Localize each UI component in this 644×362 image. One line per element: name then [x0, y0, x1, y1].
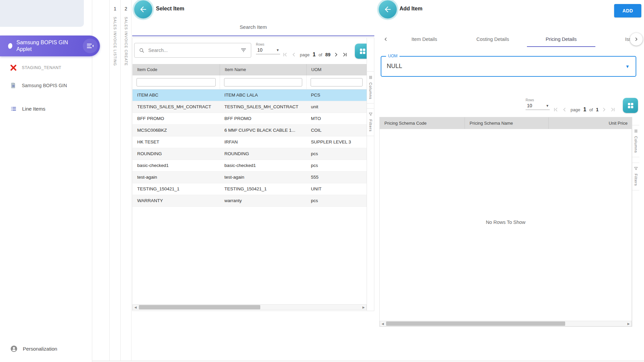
tabs-scroll-left-icon[interactable] [381, 32, 390, 47]
column-header-unit-price[interactable]: Unit Price [548, 117, 632, 129]
tabs-scroll-right-icon[interactable] [630, 33, 643, 46]
grid-view-button-pricing[interactable] [623, 98, 638, 113]
applet-logo-icon [7, 43, 13, 49]
sidebar-item-line-items[interactable]: Line Items [0, 103, 92, 115]
table-row[interactable]: ROUNDING ROUNDING pcs [132, 148, 367, 160]
uom-select-field[interactable]: UOM NULL ▼ [381, 56, 636, 77]
search-box[interactable] [134, 43, 251, 58]
scrollbar-track[interactable] [138, 305, 361, 310]
workspace-tab-sales-invoice-listing[interactable]: 1 SALES INVOICE LISTING [109, 0, 120, 361]
cell-item-name: warranty [220, 195, 306, 206]
funnel-icon [368, 112, 373, 117]
filter-input-item-code[interactable] [137, 78, 216, 86]
scroll-left-arrow[interactable]: ◀ [380, 321, 385, 326]
horizontal-scrollbar[interactable]: ◀ ▶ [132, 304, 367, 310]
table-row[interactable]: HK TESET IRFAN SUPPLER LEVEL 3 [132, 136, 367, 148]
page-label: page [300, 52, 310, 57]
pricing-grid-card: Pricing Schema Code Pricing Schema Name … [379, 117, 632, 327]
cell-item-code: HK TESET [132, 136, 220, 148]
filters-tool-label: Filters [634, 174, 638, 186]
chevron-down-icon: ▼ [276, 48, 279, 52]
applet-switcher-button[interactable]: Samsung BOPIS GIN Applet [0, 36, 100, 56]
column-header-pricing-schema-code[interactable]: Pricing Schema Code [380, 117, 465, 129]
logo-placeholder [0, 0, 84, 27]
cell-uom: unit [306, 101, 367, 113]
scrollbar-track[interactable] [385, 321, 626, 326]
cell-item-code: BFF PROMO [132, 113, 220, 124]
back-button-add-item[interactable] [379, 0, 397, 18]
table-row[interactable]: BFF PROMO BFF PROMO MTO [132, 113, 367, 125]
column-header-item-name[interactable]: Item Name [220, 64, 306, 75]
tab-search-item[interactable]: Search Item [132, 24, 374, 30]
of-label: of [589, 107, 593, 112]
person-icon [10, 345, 18, 353]
workspace-tab-label: SALES INVOICE CREATE [124, 17, 128, 66]
scroll-right-arrow[interactable]: ▶ [361, 305, 366, 310]
table-row[interactable]: WARRANTY warranty pcs [132, 195, 367, 207]
scrollbar-thumb[interactable] [386, 321, 565, 326]
tab-costing-details[interactable]: Costing Details [459, 32, 527, 47]
filters-tool[interactable]: Filters [367, 108, 374, 136]
of-label: of [319, 52, 322, 57]
cell-item-name: 6 MM² CU/PVC BLACK CABLE 1... [220, 125, 306, 136]
page-bottom-divider [0, 361, 644, 362]
column-header-uom[interactable]: UOM [306, 64, 367, 75]
document-icon [10, 82, 17, 89]
filters-tool[interactable]: Filters [632, 163, 639, 190]
menu-collapse-icon[interactable] [83, 39, 98, 53]
back-button[interactable] [134, 0, 152, 18]
tab-pricing-details[interactable]: Pricing Details [527, 32, 595, 47]
sidebar-item-personalization[interactable]: Personalization [0, 343, 92, 355]
last-page-icon[interactable] [609, 106, 616, 113]
total-pages: 89 [325, 52, 331, 57]
filter-input-uom[interactable] [311, 78, 363, 86]
table-row[interactable]: MCSC006BKZ 6 MM² CU/PVC BLACK CABLE 1...… [132, 125, 367, 136]
scroll-right-arrow[interactable]: ▶ [626, 321, 631, 326]
filter-list-icon[interactable] [240, 47, 247, 54]
current-page: 1 [313, 52, 316, 58]
next-page-icon[interactable] [600, 106, 608, 113]
grid-icon [627, 102, 635, 110]
search-item-grid-card: Rows 10 ▼ page 1 of 89 [132, 38, 374, 311]
table-row[interactable]: test-again test-again 555 [132, 172, 367, 183]
columns-tool-label: Columns [634, 136, 638, 153]
filter-input-item-name[interactable] [224, 78, 302, 86]
select-item-title: Select Item [156, 6, 184, 12]
next-page-icon[interactable] [332, 51, 340, 58]
sidebar-item-module[interactable]: Samsung BOPIS GIN [0, 79, 92, 92]
columns-tool-label: Columns [369, 82, 373, 99]
cell-item-name: ITEM ABC LALA [220, 89, 306, 101]
last-page-icon[interactable] [341, 51, 348, 58]
table-row[interactable]: TESTING_SALES_MH_CONTRACT TESTING_SALES_… [132, 101, 367, 113]
prev-page-icon[interactable] [290, 51, 298, 58]
arrow-back-icon [139, 5, 148, 14]
columns-tool[interactable]: Columns [632, 125, 639, 157]
cell-uom: COIL [306, 125, 367, 136]
cell-item-name: TESTING_150421_1 [220, 183, 306, 195]
cell-item-name: IRFAN [220, 136, 306, 148]
first-page-icon[interactable] [552, 106, 559, 113]
column-header-pricing-schema-name[interactable]: Pricing Schema Name [465, 117, 548, 129]
scrollbar-thumb[interactable] [139, 305, 260, 309]
pagination-pricing: page 1 of 1 [552, 104, 616, 115]
first-page-icon[interactable] [281, 51, 289, 58]
horizontal-scrollbar[interactable]: ◀ ▶ [380, 321, 632, 326]
column-header-item-code[interactable]: Item Code [132, 64, 220, 75]
columns-tool[interactable]: Columns [367, 71, 374, 104]
chevron-down-icon: ▼ [625, 64, 630, 69]
workspace-tab-sales-invoice-create[interactable]: 2 SALES INVOICE CREATE [120, 0, 131, 361]
sidebar-item-tenant[interactable]: STAGING_TENANT [0, 62, 92, 74]
cell-item-name: ROUNDING [220, 148, 306, 160]
cell-item-code: TESTING_SALES_MH_CONTRACT [132, 101, 220, 113]
search-input[interactable] [148, 48, 237, 53]
add-button[interactable]: ADD [614, 4, 641, 17]
search-icon [139, 47, 145, 54]
prev-page-icon[interactable] [561, 106, 568, 113]
table-row[interactable]: TESTING_150421_1 TESTING_150421_1 UNIT [132, 183, 367, 195]
scroll-left-arrow[interactable]: ◀ [133, 305, 138, 310]
table-row[interactable]: ITEM ABC ITEM ABC LALA PCS [132, 89, 367, 101]
tab-item-details[interactable]: Item Details [390, 32, 459, 47]
table-row[interactable]: basic-checked1 basic-checked1 pcs [132, 160, 367, 172]
rows-per-page-select-pricing[interactable]: Rows 10 ▼ [526, 98, 550, 110]
rows-per-page-select[interactable]: Rows 10 ▼ [256, 43, 281, 54]
